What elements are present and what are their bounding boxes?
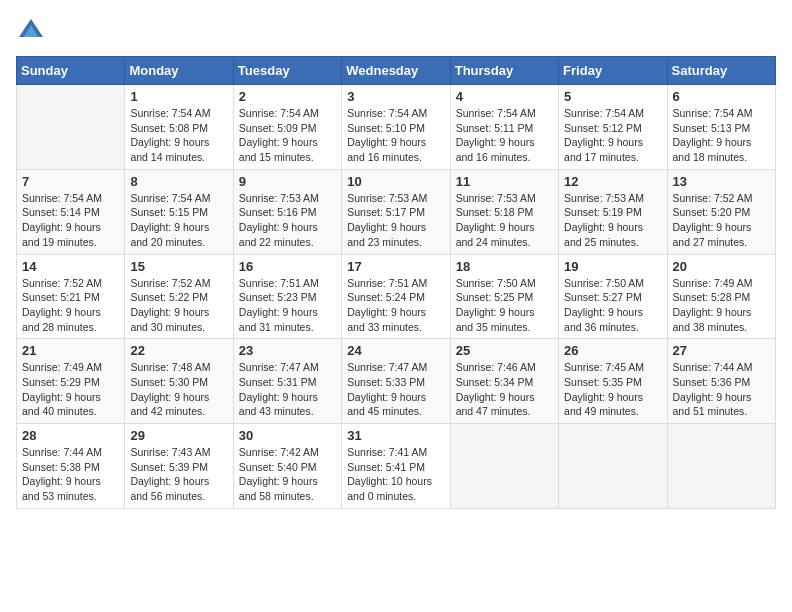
day-number: 3: [347, 89, 444, 104]
calendar-cell: 19Sunrise: 7:50 AMSunset: 5:27 PMDayligh…: [559, 254, 667, 339]
calendar-cell: 28Sunrise: 7:44 AMSunset: 5:38 PMDayligh…: [17, 424, 125, 509]
day-number: 26: [564, 343, 661, 358]
day-number: 30: [239, 428, 336, 443]
calendar-cell: [559, 424, 667, 509]
calendar-week-row: 7Sunrise: 7:54 AMSunset: 5:14 PMDaylight…: [17, 169, 776, 254]
day-number: 6: [673, 89, 770, 104]
day-info: Sunrise: 7:47 AMSunset: 5:31 PMDaylight:…: [239, 360, 336, 419]
day-info: Sunrise: 7:43 AMSunset: 5:39 PMDaylight:…: [130, 445, 227, 504]
calendar-week-row: 28Sunrise: 7:44 AMSunset: 5:38 PMDayligh…: [17, 424, 776, 509]
day-info: Sunrise: 7:53 AMSunset: 5:19 PMDaylight:…: [564, 191, 661, 250]
day-number: 29: [130, 428, 227, 443]
calendar-cell: 9Sunrise: 7:53 AMSunset: 5:16 PMDaylight…: [233, 169, 341, 254]
calendar-cell: 29Sunrise: 7:43 AMSunset: 5:39 PMDayligh…: [125, 424, 233, 509]
calendar-day-header: Saturday: [667, 57, 775, 85]
calendar-day-header: Tuesday: [233, 57, 341, 85]
day-info: Sunrise: 7:46 AMSunset: 5:34 PMDaylight:…: [456, 360, 553, 419]
calendar-cell: 17Sunrise: 7:51 AMSunset: 5:24 PMDayligh…: [342, 254, 450, 339]
calendar-day-header: Friday: [559, 57, 667, 85]
calendar-cell: 10Sunrise: 7:53 AMSunset: 5:17 PMDayligh…: [342, 169, 450, 254]
day-info: Sunrise: 7:44 AMSunset: 5:38 PMDaylight:…: [22, 445, 119, 504]
calendar-cell: 31Sunrise: 7:41 AMSunset: 5:41 PMDayligh…: [342, 424, 450, 509]
calendar-cell: 14Sunrise: 7:52 AMSunset: 5:21 PMDayligh…: [17, 254, 125, 339]
calendar-cell: 26Sunrise: 7:45 AMSunset: 5:35 PMDayligh…: [559, 339, 667, 424]
day-info: Sunrise: 7:45 AMSunset: 5:35 PMDaylight:…: [564, 360, 661, 419]
calendar-day-header: Thursday: [450, 57, 558, 85]
day-info: Sunrise: 7:54 AMSunset: 5:11 PMDaylight:…: [456, 106, 553, 165]
day-info: Sunrise: 7:53 AMSunset: 5:17 PMDaylight:…: [347, 191, 444, 250]
day-number: 23: [239, 343, 336, 358]
day-number: 12: [564, 174, 661, 189]
day-number: 11: [456, 174, 553, 189]
day-number: 4: [456, 89, 553, 104]
calendar-cell: 6Sunrise: 7:54 AMSunset: 5:13 PMDaylight…: [667, 85, 775, 170]
day-number: 13: [673, 174, 770, 189]
day-number: 24: [347, 343, 444, 358]
day-info: Sunrise: 7:42 AMSunset: 5:40 PMDaylight:…: [239, 445, 336, 504]
day-number: 1: [130, 89, 227, 104]
calendar-cell: 4Sunrise: 7:54 AMSunset: 5:11 PMDaylight…: [450, 85, 558, 170]
calendar-cell: [667, 424, 775, 509]
day-number: 21: [22, 343, 119, 358]
day-number: 8: [130, 174, 227, 189]
day-info: Sunrise: 7:41 AMSunset: 5:41 PMDaylight:…: [347, 445, 444, 504]
day-info: Sunrise: 7:54 AMSunset: 5:09 PMDaylight:…: [239, 106, 336, 165]
day-info: Sunrise: 7:51 AMSunset: 5:23 PMDaylight:…: [239, 276, 336, 335]
calendar-week-row: 14Sunrise: 7:52 AMSunset: 5:21 PMDayligh…: [17, 254, 776, 339]
day-info: Sunrise: 7:47 AMSunset: 5:33 PMDaylight:…: [347, 360, 444, 419]
calendar-cell: 5Sunrise: 7:54 AMSunset: 5:12 PMDaylight…: [559, 85, 667, 170]
day-info: Sunrise: 7:49 AMSunset: 5:29 PMDaylight:…: [22, 360, 119, 419]
day-number: 31: [347, 428, 444, 443]
calendar-cell: 18Sunrise: 7:50 AMSunset: 5:25 PMDayligh…: [450, 254, 558, 339]
day-info: Sunrise: 7:53 AMSunset: 5:16 PMDaylight:…: [239, 191, 336, 250]
calendar-cell: 11Sunrise: 7:53 AMSunset: 5:18 PMDayligh…: [450, 169, 558, 254]
day-info: Sunrise: 7:54 AMSunset: 5:15 PMDaylight:…: [130, 191, 227, 250]
day-number: 15: [130, 259, 227, 274]
day-number: 7: [22, 174, 119, 189]
calendar-cell: 24Sunrise: 7:47 AMSunset: 5:33 PMDayligh…: [342, 339, 450, 424]
calendar-cell: 8Sunrise: 7:54 AMSunset: 5:15 PMDaylight…: [125, 169, 233, 254]
calendar-cell: 13Sunrise: 7:52 AMSunset: 5:20 PMDayligh…: [667, 169, 775, 254]
calendar-cell: 1Sunrise: 7:54 AMSunset: 5:08 PMDaylight…: [125, 85, 233, 170]
calendar-day-header: Wednesday: [342, 57, 450, 85]
day-info: Sunrise: 7:52 AMSunset: 5:22 PMDaylight:…: [130, 276, 227, 335]
day-number: 19: [564, 259, 661, 274]
day-number: 17: [347, 259, 444, 274]
day-info: Sunrise: 7:48 AMSunset: 5:30 PMDaylight:…: [130, 360, 227, 419]
day-number: 5: [564, 89, 661, 104]
logo: [16, 16, 50, 46]
day-info: Sunrise: 7:54 AMSunset: 5:14 PMDaylight:…: [22, 191, 119, 250]
calendar-cell: 15Sunrise: 7:52 AMSunset: 5:22 PMDayligh…: [125, 254, 233, 339]
day-info: Sunrise: 7:51 AMSunset: 5:24 PMDaylight:…: [347, 276, 444, 335]
calendar-week-row: 1Sunrise: 7:54 AMSunset: 5:08 PMDaylight…: [17, 85, 776, 170]
day-info: Sunrise: 7:54 AMSunset: 5:12 PMDaylight:…: [564, 106, 661, 165]
day-info: Sunrise: 7:50 AMSunset: 5:25 PMDaylight:…: [456, 276, 553, 335]
day-info: Sunrise: 7:50 AMSunset: 5:27 PMDaylight:…: [564, 276, 661, 335]
day-info: Sunrise: 7:52 AMSunset: 5:20 PMDaylight:…: [673, 191, 770, 250]
calendar-table: SundayMondayTuesdayWednesdayThursdayFrid…: [16, 56, 776, 509]
calendar-cell: 3Sunrise: 7:54 AMSunset: 5:10 PMDaylight…: [342, 85, 450, 170]
day-number: 20: [673, 259, 770, 274]
calendar-cell: 25Sunrise: 7:46 AMSunset: 5:34 PMDayligh…: [450, 339, 558, 424]
calendar-cell: 23Sunrise: 7:47 AMSunset: 5:31 PMDayligh…: [233, 339, 341, 424]
day-info: Sunrise: 7:49 AMSunset: 5:28 PMDaylight:…: [673, 276, 770, 335]
calendar-cell: [450, 424, 558, 509]
calendar-week-row: 21Sunrise: 7:49 AMSunset: 5:29 PMDayligh…: [17, 339, 776, 424]
day-number: 22: [130, 343, 227, 358]
logo-icon: [16, 16, 46, 46]
calendar-cell: 27Sunrise: 7:44 AMSunset: 5:36 PMDayligh…: [667, 339, 775, 424]
calendar-day-header: Sunday: [17, 57, 125, 85]
calendar-cell: [17, 85, 125, 170]
day-number: 25: [456, 343, 553, 358]
calendar-cell: 20Sunrise: 7:49 AMSunset: 5:28 PMDayligh…: [667, 254, 775, 339]
calendar-day-header: Monday: [125, 57, 233, 85]
day-info: Sunrise: 7:52 AMSunset: 5:21 PMDaylight:…: [22, 276, 119, 335]
day-number: 28: [22, 428, 119, 443]
day-number: 2: [239, 89, 336, 104]
calendar-cell: 7Sunrise: 7:54 AMSunset: 5:14 PMDaylight…: [17, 169, 125, 254]
day-info: Sunrise: 7:54 AMSunset: 5:10 PMDaylight:…: [347, 106, 444, 165]
day-info: Sunrise: 7:44 AMSunset: 5:36 PMDaylight:…: [673, 360, 770, 419]
calendar-cell: 21Sunrise: 7:49 AMSunset: 5:29 PMDayligh…: [17, 339, 125, 424]
day-number: 14: [22, 259, 119, 274]
day-number: 18: [456, 259, 553, 274]
